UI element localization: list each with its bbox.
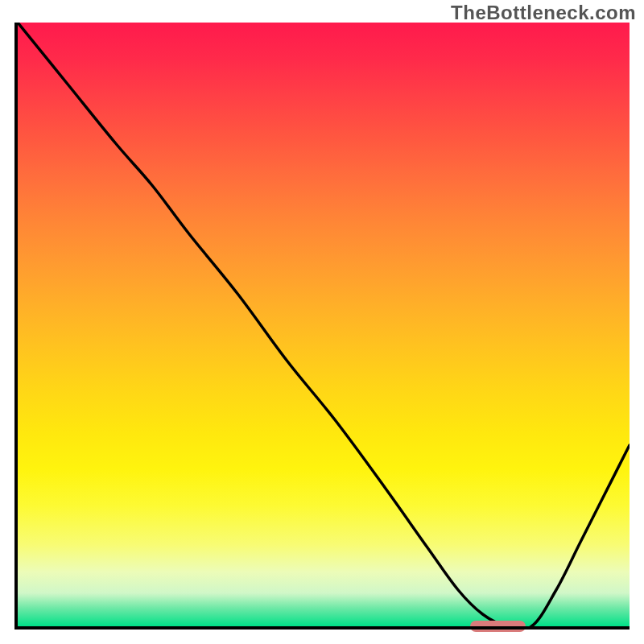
chart-axes-frame [14,23,630,630]
chart-container: TheBottleneck.com [0,0,644,644]
watermark-text: TheBottleneck.com [451,2,636,24]
